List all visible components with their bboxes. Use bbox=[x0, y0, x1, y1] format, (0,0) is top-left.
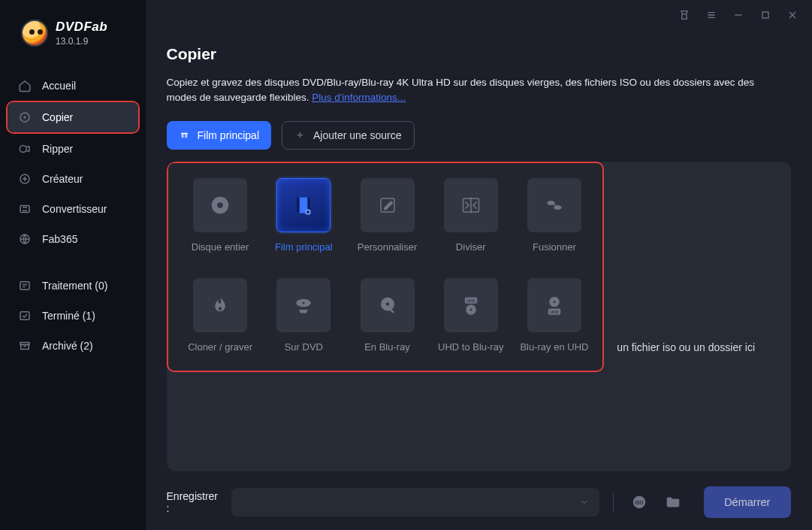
folder-icon bbox=[665, 494, 681, 510]
svg-text:ISO: ISO bbox=[635, 500, 643, 505]
app-name: DVDFab bbox=[56, 20, 107, 35]
film-principal-button[interactable]: Film principal bbox=[167, 121, 271, 150]
to-bluray-icon bbox=[374, 292, 401, 319]
svg-point-26 bbox=[385, 302, 389, 306]
toolbar: Film principal Ajouter une source bbox=[167, 121, 791, 150]
uhd-to-bluray-icon: UHD bbox=[457, 292, 484, 319]
chevron-down-icon bbox=[580, 498, 589, 507]
sidebar-item-label: Fab365 bbox=[42, 233, 77, 245]
dropzone[interactable]: Disque entier Film principal Personnalis… bbox=[167, 162, 791, 472]
mode-split[interactable]: Diviser bbox=[429, 178, 512, 263]
app-logo-icon bbox=[21, 20, 48, 47]
svg-point-22 bbox=[219, 307, 222, 310]
archive-icon bbox=[18, 339, 32, 353]
mode-full-disc[interactable]: Disque entier bbox=[179, 178, 262, 263]
sidebar-item-copier[interactable]: Copier bbox=[8, 102, 138, 132]
mode-label: Disque entier bbox=[192, 241, 249, 253]
mode-to-bluray[interactable]: En Blu-ray bbox=[346, 278, 429, 363]
mode-label: En Blu-ray bbox=[364, 341, 410, 353]
start-button[interactable]: Démarrer bbox=[704, 486, 791, 518]
mode-label: Fusionner bbox=[533, 241, 576, 253]
mode-main-movie[interactable]: Film principal bbox=[262, 178, 346, 263]
minimize-icon[interactable] bbox=[732, 9, 744, 21]
sidebar-item-fab365[interactable]: Fab365 bbox=[8, 224, 138, 254]
processing-icon bbox=[18, 279, 32, 292]
save-label: Enregistrer : bbox=[167, 490, 222, 514]
close-icon[interactable] bbox=[786, 9, 798, 21]
button-label: Démarrer bbox=[724, 496, 770, 508]
menu-icon[interactable] bbox=[705, 9, 717, 21]
iso-button[interactable]: ISO bbox=[627, 489, 652, 515]
sidebar-item-label: Accueil bbox=[42, 80, 76, 92]
svg-rect-6 bbox=[20, 282, 29, 290]
sidebar-item-creator[interactable]: Créateur bbox=[8, 164, 138, 194]
ripper-icon bbox=[18, 142, 32, 156]
dropzone-hint: un fichier iso ou un dossier ici bbox=[617, 341, 755, 353]
mode-label: Cloner / graver bbox=[188, 341, 252, 353]
sidebar-item-label: Créateur bbox=[42, 173, 83, 185]
sidebar-item-converter[interactable]: Convertisseur bbox=[8, 194, 138, 224]
mode-bluray-to-uhd[interactable]: UHD Blu-ray en UHD bbox=[512, 278, 596, 363]
disc-icon bbox=[18, 111, 32, 124]
mode-uhd-to-bluray[interactable]: UHD UHD to Blu-ray bbox=[429, 278, 512, 363]
done-icon bbox=[18, 309, 32, 323]
mode-label: Personnaliser bbox=[358, 241, 418, 253]
mode-customize[interactable]: Personnaliser bbox=[346, 178, 429, 263]
to-dvd-icon bbox=[290, 292, 317, 319]
full-disc-icon bbox=[207, 192, 234, 219]
page-title: Copier bbox=[167, 45, 791, 63]
svg-rect-10 bbox=[762, 12, 768, 18]
sidebar-item-label: Terminé (1) bbox=[42, 310, 95, 322]
plus-icon bbox=[294, 129, 306, 141]
theme-icon[interactable] bbox=[678, 9, 690, 21]
bluray-to-uhd-icon: UHD bbox=[541, 292, 568, 319]
home-icon bbox=[18, 79, 32, 92]
sidebar: DVDFab 13.0.1.9 Accueil Copier Ripper Cr… bbox=[0, 0, 146, 530]
svg-rect-4 bbox=[20, 206, 29, 213]
maximize-icon[interactable] bbox=[759, 9, 771, 21]
page-description: Copiez et gravez des disques DVD/Blu-ray… bbox=[167, 75, 783, 106]
add-source-button[interactable]: Ajouter une source bbox=[282, 121, 415, 150]
more-info-link[interactable]: Plus d'informations... bbox=[312, 92, 406, 103]
sidebar-item-ripper[interactable]: Ripper bbox=[8, 134, 138, 164]
merge-icon bbox=[541, 192, 568, 219]
sidebar-item-processing[interactable]: Traitement (0) bbox=[8, 271, 138, 301]
svg-point-32 bbox=[553, 301, 555, 303]
svg-point-13 bbox=[217, 202, 223, 208]
mode-label: Film principal bbox=[275, 241, 333, 253]
svg-text:UHD: UHD bbox=[466, 298, 475, 302]
sidebar-nav: Accueil Copier Ripper Créateur Convertis… bbox=[0, 71, 146, 361]
sidebar-item-done[interactable]: Terminé (1) bbox=[8, 301, 138, 331]
sidebar-item-label: Traitement (0) bbox=[42, 280, 107, 292]
split-icon bbox=[457, 192, 484, 219]
mode-to-dvd[interactable]: Sur DVD bbox=[262, 278, 346, 363]
mode-label: Sur DVD bbox=[285, 341, 323, 353]
svg-point-30 bbox=[469, 308, 472, 310]
svg-rect-7 bbox=[20, 312, 29, 320]
sidebar-item-label: Archivé (2) bbox=[42, 340, 93, 352]
globe-icon bbox=[18, 232, 32, 246]
sidebar-item-archived[interactable]: Archivé (2) bbox=[8, 331, 138, 361]
mode-label: Diviser bbox=[456, 241, 486, 253]
mode-label: UHD to Blu-ray bbox=[438, 341, 503, 353]
film-icon bbox=[290, 192, 317, 219]
save-destination-select[interactable] bbox=[231, 488, 599, 516]
sidebar-item-label: Ripper bbox=[42, 143, 73, 155]
svg-point-1 bbox=[24, 117, 26, 119]
separator bbox=[613, 492, 614, 512]
mode-label: Blu-ray en UHD bbox=[520, 341, 588, 353]
burn-icon bbox=[207, 292, 234, 319]
svg-point-2 bbox=[20, 146, 26, 153]
button-label: Film principal bbox=[198, 129, 259, 141]
main-area: Copier Copiez et gravez des disques DVD/… bbox=[146, 0, 812, 530]
svg-rect-15 bbox=[297, 197, 300, 213]
converter-icon bbox=[18, 202, 32, 216]
sidebar-item-label: Convertisseur bbox=[42, 203, 107, 215]
mode-merge[interactable]: Fusionner bbox=[512, 178, 596, 263]
brand-block: DVDFab 13.0.1.9 bbox=[0, 14, 146, 60]
svg-point-24 bbox=[303, 301, 305, 304]
sidebar-item-label: Copier bbox=[42, 111, 73, 123]
folder-button[interactable] bbox=[661, 489, 686, 515]
sidebar-item-home[interactable]: Accueil bbox=[8, 71, 138, 101]
mode-clone-burn[interactable]: Cloner / graver bbox=[179, 278, 262, 363]
